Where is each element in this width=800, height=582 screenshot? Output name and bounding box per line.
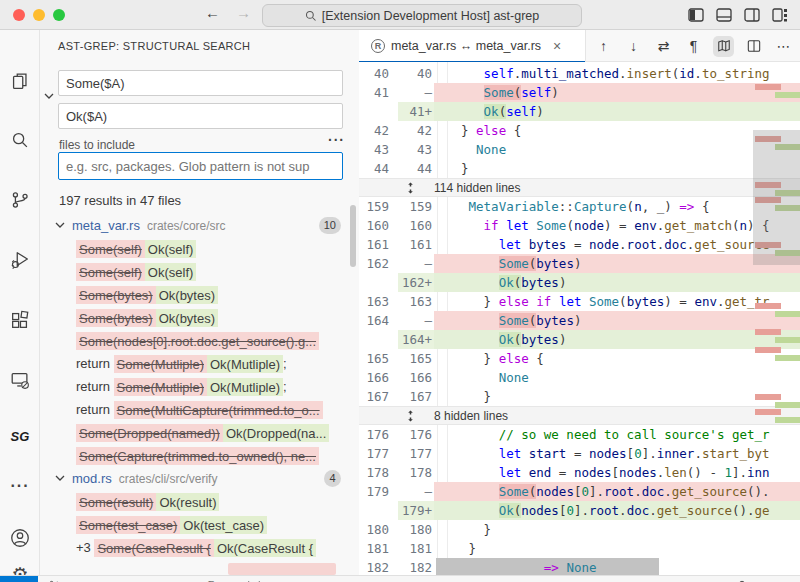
account-icon[interactable] [8, 526, 32, 550]
match-result-row[interactable]: Some(result)Ok(result) [40, 490, 359, 513]
remote-explorer-icon[interactable] [8, 368, 32, 392]
previous-change-icon[interactable]: ↑ [593, 36, 614, 57]
code-line[interactable]: 4040 self.multi_matched.insert(id.to_str… [359, 64, 800, 83]
match-result-row[interactable]: +3 Some(CaseResult {Ok(CaseResult { [40, 536, 359, 559]
code-line[interactable]: 179+ Ok(nodes[0].root.doc.get_source().g… [359, 501, 800, 520]
ast-grep-icon[interactable]: SG [8, 424, 32, 448]
code-line[interactable]: 165165 } else { [359, 349, 800, 368]
file-result-row[interactable]: mod.rscrates/cli/src/verify4 [40, 467, 359, 490]
tab-meta-var-diff[interactable]: R meta_var.rs ↔ meta_var.rs × [359, 30, 586, 62]
code-line[interactable]: 162+ Ok(bytes) [359, 273, 800, 292]
code-text: None [449, 140, 800, 159]
match-result-row[interactable]: Some(self)Ok(self) [40, 237, 359, 260]
code-line[interactable]: 4444} [359, 159, 800, 178]
toggle-secondary-sidebar-icon[interactable] [744, 8, 760, 26]
file-result-row[interactable]: meta_var.rscrates/core/src10 [40, 214, 359, 237]
command-center[interactable]: [Extension Development Host] ast-grep [262, 4, 582, 27]
code-line[interactable]: 181181 } [359, 539, 800, 558]
search-icon[interactable] [8, 128, 32, 152]
match-result-row[interactable]: return Some(MultiCapture(trimmed.to_o... [40, 398, 359, 421]
toggle-rewrite-chevron-icon[interactable] [43, 88, 55, 106]
customize-layout-icon[interactable] [772, 8, 788, 26]
close-window-button[interactable] [13, 9, 25, 21]
code-line[interactable]: 161161 let bytes = node.root.doc.get_sou… [359, 235, 800, 254]
hidden-lines-separator[interactable]: 8 hidden lines [359, 406, 800, 425]
code-line[interactable]: 162– Some(bytes) [359, 254, 800, 273]
match-result-row[interactable]: Some(self)Ok(self) [40, 260, 359, 283]
minimize-window-button[interactable] [33, 9, 45, 21]
explorer-icon[interactable] [8, 69, 32, 93]
code-token: ) = [604, 218, 634, 233]
match-deleted-text: Some(result) [76, 493, 156, 511]
code-line[interactable]: 167167 } [359, 387, 800, 406]
sidebar-scrollbar[interactable] [350, 205, 356, 267]
code-line[interactable]: 178178 let end = nodes[nodes.len() - 1].… [359, 463, 800, 482]
next-change-icon[interactable]: ↓ [623, 36, 644, 57]
overview-ruler[interactable] [753, 62, 800, 575]
code-line[interactable]: 177177 let start = nodes[0].inner.start_… [359, 444, 800, 463]
code-line[interactable]: 159159 MetaVariable::Capture(n, _) => { [359, 197, 800, 216]
match-result-row[interactable]: Some(bytes)Ok(bytes) [40, 283, 359, 306]
code-token: else [499, 351, 529, 366]
match-result-row[interactable]: return Some(Mutliple)Ok(Mutliple); [40, 352, 359, 375]
more-actions-icon[interactable]: ⋯ [773, 36, 794, 57]
navigate-back-button[interactable]: ← [205, 4, 220, 21]
run-debug-icon[interactable] [8, 248, 32, 272]
map-view-icon[interactable] [713, 36, 734, 57]
line-number-modified: 178 [395, 463, 432, 482]
code-text: None [449, 368, 800, 387]
code-line[interactable]: 166166 None [359, 368, 800, 387]
code-line[interactable]: 180180 } [359, 520, 800, 539]
chevron-down-icon[interactable] [54, 215, 70, 237]
chevron-down-icon[interactable] [54, 468, 70, 490]
match-deleted-text: Some(MultiCapture(trimmed.to_o... [114, 401, 323, 419]
toggle-primary-sidebar-icon[interactable] [688, 8, 704, 26]
diff-editor-content[interactable]: 4040 self.multi_matched.insert(id.to_str… [359, 62, 800, 575]
code-token: () - [687, 465, 725, 480]
match-added-text: Ok(test_case) [180, 516, 267, 534]
more-views-icon[interactable]: ··· [8, 474, 32, 498]
line-number-modified: – [395, 83, 432, 102]
code-line[interactable]: 4242} else { [359, 121, 800, 140]
render-whitespace-icon[interactable]: ¶ [683, 36, 704, 57]
tab-close-icon[interactable]: × [553, 38, 561, 54]
code-token: n [740, 218, 748, 233]
code-line[interactable]: 163163 } else if let Some(bytes) = env.g… [359, 292, 800, 311]
scrollbar-thumb[interactable] [753, 130, 800, 265]
code-line[interactable]: 176176 // so we need to call source's ge… [359, 425, 800, 444]
swap-sides-icon[interactable]: ⇄ [653, 36, 674, 57]
match-result-row[interactable]: Some(test_case)Ok(test_case) [40, 513, 359, 536]
match-result-row[interactable]: return Some(Mutliple)Ok(Mutliple); [40, 375, 359, 398]
zoom-window-button[interactable] [53, 9, 65, 21]
split-editor-icon[interactable] [743, 36, 764, 57]
code-line[interactable]: 41– Some(self) [359, 83, 800, 102]
match-result-row[interactable]: Some(Capture(trimmed.to_owned(), ne... [40, 444, 359, 467]
navigate-forward-button[interactable]: → [236, 4, 251, 21]
extensions-icon[interactable] [8, 308, 32, 332]
clipped-result-row[interactable] [228, 563, 336, 575]
ruler-deleted-mark [755, 84, 781, 90]
files-to-include-input[interactable] [58, 152, 343, 180]
code-line[interactable]: 164– Some(bytes) [359, 311, 800, 330]
code-line[interactable]: 182182 => None [359, 558, 800, 575]
toggle-panel-icon[interactable] [716, 8, 732, 26]
search-details-more-icon[interactable]: ··· [328, 132, 345, 148]
code-token: 0 [581, 484, 589, 499]
file-name: meta_var.rs [72, 218, 140, 233]
remote-indicator[interactable]: >< [0, 576, 38, 582]
code-line[interactable]: 179– Some(nodes[0].root.doc.get_source()… [359, 482, 800, 501]
code-line[interactable]: 164+ Ok(bytes) [359, 330, 800, 349]
source-control-icon[interactable] [8, 188, 32, 212]
hidden-lines-separator[interactable]: 114 hidden lines [359, 178, 800, 197]
match-result-row[interactable]: Some(nodes[0].root.doc.get_source().g... [40, 329, 359, 352]
match-result-row[interactable]: Some(bytes)Ok(bytes) [40, 306, 359, 329]
pattern-input[interactable] [58, 70, 343, 96]
match-result-row[interactable]: Some(Dropped(named))Ok(Dropped(na... [40, 421, 359, 444]
code-token [461, 104, 484, 119]
code-line[interactable]: 4343 None [359, 140, 800, 159]
line-number-original: 179 [359, 482, 389, 501]
rewrite-input[interactable] [58, 103, 343, 129]
code-line[interactable]: 160160 if let Some(node) = env.get_match… [359, 216, 800, 235]
code-line[interactable]: 41+ Ok(self) [359, 102, 800, 121]
code-token: { [694, 199, 709, 214]
